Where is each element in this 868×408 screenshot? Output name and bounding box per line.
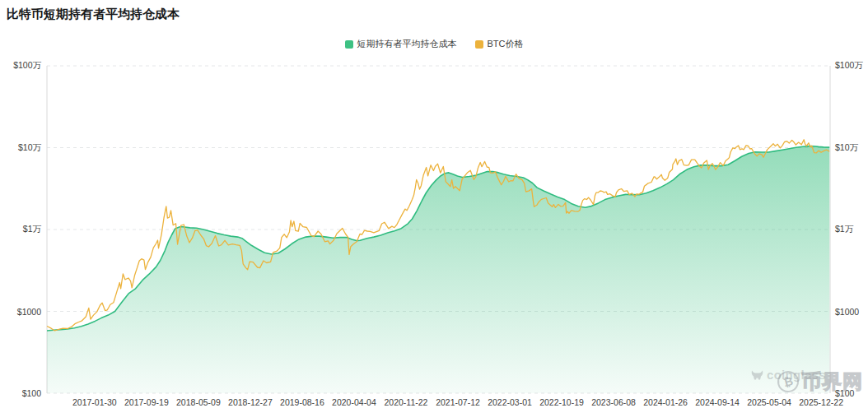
- x-axis-label: 2017-01-30: [72, 397, 117, 407]
- bull-icon: [750, 369, 764, 382]
- y-axis-label-left: $10万: [0, 142, 41, 154]
- x-axis-label: 2021-07-12: [436, 397, 480, 407]
- y-axis-label-left: $1万: [0, 224, 41, 235]
- x-axis-label: 2022-10-19: [539, 397, 584, 407]
- btc-logo-icon: ₿: [775, 369, 801, 395]
- bijiewang-watermark-text: 币界网: [801, 369, 863, 395]
- x-axis-label: 2017-09-19: [124, 397, 169, 407]
- y-axis-label-right: $1万: [835, 224, 853, 235]
- x-axis-label: 2018-05-09: [176, 397, 221, 407]
- chart-plot-canvas[interactable]: [0, 0, 868, 408]
- chart-container: 比特币短期持有者平均持仓成本 短期持有者平均持仓成本 BTC价格 $100万$1…: [0, 0, 868, 408]
- x-axis-label: 2025-05-04: [747, 397, 791, 407]
- x-axis-label: 2022-03-01: [488, 397, 532, 407]
- x-axis-label: 2019-08-16: [280, 397, 324, 407]
- x-axis-label: 2024-09-14: [695, 397, 740, 407]
- y-axis-label-right: $10万: [835, 142, 858, 154]
- x-axis-label: 2020-11-22: [385, 397, 428, 407]
- x-axis-label: 2024-01-26: [643, 397, 688, 407]
- y-axis-label-right: $1000: [835, 307, 859, 317]
- y-axis-label-left: $100: [0, 388, 41, 398]
- x-axis-label: 2023-06-08: [591, 397, 636, 407]
- x-axis-label: 2025-12-22: [799, 397, 843, 407]
- x-axis-label: 2020-04-04: [332, 397, 376, 407]
- y-axis-label-left: $1000: [0, 307, 41, 317]
- y-axis-label-left: $100万: [0, 60, 41, 72]
- y-axis-label-right: $100万: [835, 60, 863, 72]
- x-axis-label: 2018-12-27: [228, 397, 273, 407]
- bijiewang-watermark: ₿ 币界网: [777, 369, 863, 395]
